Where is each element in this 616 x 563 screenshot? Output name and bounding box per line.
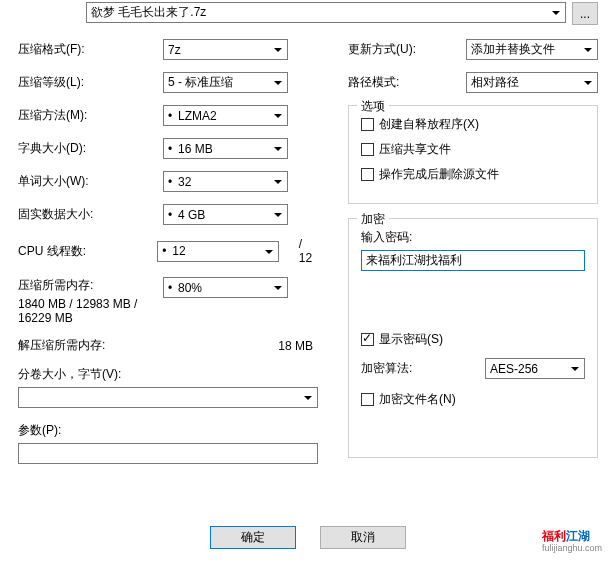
update-label: 更新方式(U): <box>348 41 466 58</box>
method-label: 压缩方法(M): <box>18 107 163 124</box>
params-input[interactable] <box>18 443 318 464</box>
split-select[interactable] <box>18 387 318 408</box>
split-label: 分卷大小，字节(V): <box>18 366 318 383</box>
watermark-logo: 福利江湖 fulijianghu.com <box>542 527 602 553</box>
word-select[interactable]: 32 <box>163 171 288 192</box>
threads-select[interactable]: 12 <box>157 241 278 262</box>
sfx-checkbox[interactable]: 创建自释放程序(X) <box>361 116 585 133</box>
format-select[interactable]: 7z <box>163 39 288 60</box>
show-password-checkbox[interactable]: 显示密码(S) <box>361 331 585 348</box>
dict-label: 字典大小(D): <box>18 140 163 157</box>
memd-label: 解压缩所需内存: <box>18 337 163 354</box>
threads-label: CPU 线程数: <box>18 243 157 260</box>
params-label: 参数(P): <box>18 422 318 439</box>
algo-select[interactable]: AES-256 <box>485 358 585 379</box>
options-legend: 选项 <box>357 98 389 115</box>
browse-button[interactable]: ... <box>572 2 598 25</box>
word-label: 单词大小(W): <box>18 173 163 190</box>
solid-label: 固实数据大小: <box>18 206 163 223</box>
encrypt-names-checkbox[interactable]: 加密文件名(N) <box>361 391 585 408</box>
level-select[interactable]: 5 - 标准压缩 <box>163 72 288 93</box>
ok-button[interactable]: 确定 <box>210 526 296 549</box>
password-label: 输入密码: <box>361 229 585 246</box>
options-fieldset: 选项 创建自释放程序(X) 压缩共享文件 操作完成后删除源文件 <box>348 105 598 204</box>
memc-label: 压缩所需内存: <box>18 277 163 294</box>
memd-value: 18 MB <box>163 339 318 353</box>
method-select[interactable]: LZMA2 <box>163 105 288 126</box>
threads-max: / 12 <box>299 237 318 265</box>
update-select[interactable]: 添加并替换文件 <box>466 39 598 60</box>
memc-select[interactable]: 80% <box>163 277 288 298</box>
share-checkbox[interactable]: 压缩共享文件 <box>361 141 585 158</box>
encryption-legend: 加密 <box>357 211 389 228</box>
path-select[interactable]: 相对路径 <box>466 72 598 93</box>
encryption-fieldset: 加密 输入密码: 显示密码(S) 加密算法:AES-256 加密文件名(N) <box>348 218 598 458</box>
path-label: 路径模式: <box>348 74 466 91</box>
dict-select[interactable]: 16 MB <box>163 138 288 159</box>
delete-checkbox[interactable]: 操作完成后删除源文件 <box>361 166 585 183</box>
solid-select[interactable]: 4 GB <box>163 204 288 225</box>
level-label: 压缩等级(L): <box>18 74 163 91</box>
archive-name-select[interactable]: 欲梦 毛毛长出来了.7z <box>86 2 566 23</box>
password-input[interactable] <box>361 250 585 271</box>
algo-label: 加密算法: <box>361 360 485 377</box>
archive-name: 欲梦 毛毛长出来了.7z <box>91 4 206 21</box>
format-label: 压缩格式(F): <box>18 41 163 58</box>
cancel-button[interactable]: 取消 <box>320 526 406 549</box>
memc-info: 1840 MB / 12983 MB / 16229 MB <box>18 297 163 325</box>
